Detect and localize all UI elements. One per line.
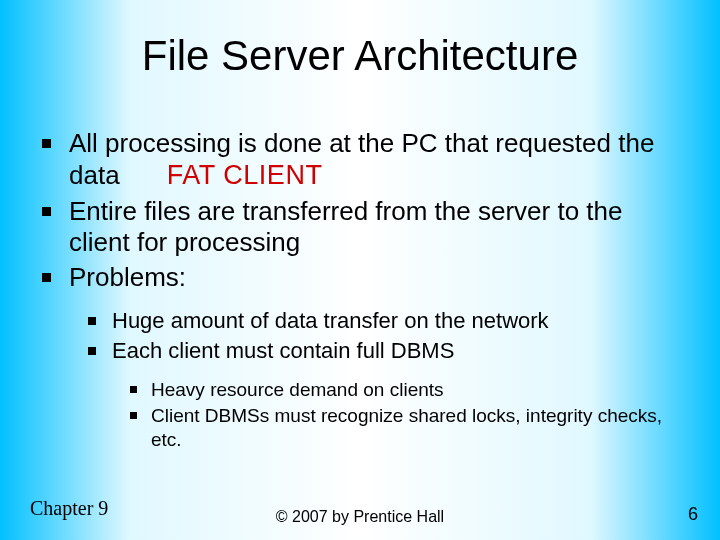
bullet-square-icon xyxy=(42,139,51,148)
bullet-square-icon xyxy=(42,207,51,216)
bullet-l1: Problems: xyxy=(42,262,678,293)
bullet-text: Each client must contain full DBMS xyxy=(112,337,454,365)
bullet-square-icon xyxy=(42,273,51,282)
bullet-text: Huge amount of data transfer on the netw… xyxy=(112,307,549,335)
bullet-text: Problems: xyxy=(69,262,678,293)
bullet-square-icon xyxy=(88,317,96,325)
bullet-l3: Client DBMSs must recognize shared locks… xyxy=(130,404,678,452)
slide-title: File Server Architecture xyxy=(0,32,720,80)
bullet-text-span: All processing is done at the PC that re… xyxy=(69,128,654,190)
fat-client-callout: FAT CLIENT xyxy=(167,160,323,190)
bullet-text: Client DBMSs must recognize shared locks… xyxy=(151,404,678,452)
bullet-text: Entire files are transferred from the se… xyxy=(69,196,678,258)
bullet-l1: Entire files are transferred from the se… xyxy=(42,196,678,258)
footer-copyright: © 2007 by Prentice Hall xyxy=(0,508,720,526)
bullet-text: Heavy resource demand on clients xyxy=(151,378,444,402)
footer-page-number: 6 xyxy=(688,504,698,525)
bullet-square-icon xyxy=(130,386,137,393)
bullet-text: All processing is done at the PC that re… xyxy=(69,128,678,192)
slide: File Server Architecture All processing … xyxy=(0,0,720,540)
bullet-l3-group: Heavy resource demand on clients Client … xyxy=(130,378,678,451)
bullet-l2: Each client must contain full DBMS xyxy=(88,337,678,365)
bullet-square-icon xyxy=(88,347,96,355)
bullet-l1: All processing is done at the PC that re… xyxy=(42,128,678,192)
bullet-l3: Heavy resource demand on clients xyxy=(130,378,678,402)
slide-content: All processing is done at the PC that re… xyxy=(42,128,678,453)
bullet-l2-group: Huge amount of data transfer on the netw… xyxy=(88,307,678,364)
bullet-l2: Huge amount of data transfer on the netw… xyxy=(88,307,678,335)
bullet-square-icon xyxy=(130,412,137,419)
